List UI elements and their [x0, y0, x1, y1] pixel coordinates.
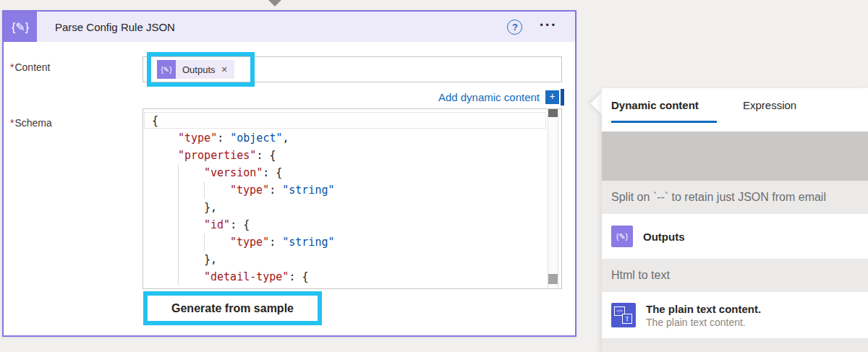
search-band [602, 132, 868, 181]
item-label: The plain text content. [646, 303, 761, 315]
indent-guide [178, 199, 179, 216]
json-outputs-icon: {✎} [611, 226, 633, 247]
generate-from-sample-button[interactable]: Generate from sample [149, 297, 316, 319]
tab-dynamic-content[interactable]: Dynamic content [611, 99, 699, 111]
schema-editor[interactable]: {"type": "object","properties": {"versio… [142, 108, 562, 289]
add-dynamic-content-button[interactable]: + [545, 89, 564, 106]
add-dynamic-content-link[interactable]: Add dynamic content [438, 91, 540, 103]
parse-json-icon: {✎} [4, 12, 37, 42]
active-tab-underline [611, 121, 717, 123]
indent-guide [178, 268, 179, 286]
power-automate-editor: {✎} Parse Config Rule JSON ? ••• *Conten… [0, 0, 868, 352]
editor-scrollbar-track[interactable] [548, 109, 558, 288]
schema-field-label: *Schema [10, 117, 52, 129]
schema-code-line: "version": { [143, 164, 561, 181]
tab-expression[interactable]: Expression [743, 99, 796, 111]
indent-guide [178, 216, 179, 233]
schema-code-line: }, [143, 199, 561, 216]
indent-guide [178, 233, 179, 251]
required-marker: * [10, 61, 14, 73]
more-menu-icon[interactable]: ••• [540, 20, 558, 33]
schema-code-line: "id": { [143, 216, 561, 233]
action-title: Parse Config Rule JSON [55, 21, 175, 33]
schema-code-line: { [143, 112, 561, 129]
schema-code-line: }, [143, 251, 561, 268]
editor-scrollbar-thumb-bottom[interactable] [548, 274, 558, 284]
section-header: Split on `--` to retain just JSON from e… [602, 181, 868, 214]
section-header: Html to text [602, 259, 868, 292]
token-json-icon: {✎} [157, 60, 176, 79]
dynamic-content-flyout: Dynamic content Expression Split on `--`… [602, 88, 868, 352]
action-card-header[interactable]: {✎} Parse Config Rule JSON ? ••• [4, 12, 575, 42]
indent-guide [204, 181, 205, 199]
plus-button-bar [561, 89, 564, 106]
token-label: Outputs [182, 64, 216, 75]
help-icon[interactable]: ? [507, 20, 522, 35]
schema-code-line: "properties": { [143, 147, 561, 164]
schema-code-line: "detail-type": { [143, 268, 561, 286]
text-glyph: T [622, 314, 632, 324]
schema-code-line: "type": "string" [143, 181, 561, 199]
required-marker: * [10, 117, 14, 129]
indent-guide [178, 164, 179, 181]
item-label: Outputs [643, 231, 685, 243]
schema-code-line: "type": "object", [143, 129, 561, 147]
html-to-text-icon: </>T [611, 303, 636, 327]
schema-code-line: "type": "string" [143, 233, 561, 251]
plus-icon: + [545, 90, 559, 104]
dynamic-content-list: Split on `--` to retain just JSON from e… [602, 181, 868, 352]
dynamic-content-item-outputs[interactable]: {✎}Outputs [602, 214, 868, 259]
indent-guide [204, 233, 205, 251]
item-sublabel: The plain text content. [646, 317, 761, 328]
indent-guide [178, 181, 179, 199]
flow-connector-arrow [268, 0, 281, 7]
token-remove-icon[interactable]: ✕ [221, 65, 228, 74]
outputs-token[interactable]: {✎} Outputs ✕ [157, 60, 234, 79]
dynamic-content-item-the-plain-text-content[interactable]: </>TThe plain text content.The plain tex… [602, 292, 868, 338]
indent-guide [178, 251, 179, 268]
section-header [602, 338, 868, 352]
content-field-label: *Content [10, 61, 51, 73]
editor-scrollbar-thumb[interactable] [548, 109, 558, 117]
